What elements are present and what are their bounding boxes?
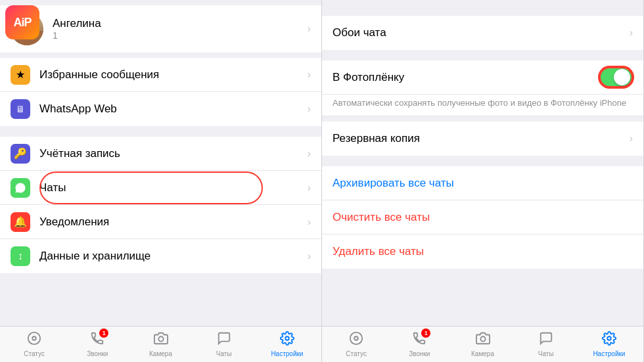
aip-logo: AiP [5, 5, 39, 39]
svg-point-6 [480, 336, 485, 341]
profile-info: Ангелина 1 [53, 17, 305, 41]
notifications-label: Уведомления [39, 215, 305, 229]
tab-camera-label-left: Камера [149, 350, 172, 357]
svg-point-1 [32, 336, 36, 340]
delete-all-label: Удалить все чаты [333, 245, 424, 258]
data-icon: ↕ [11, 246, 30, 266]
calls-icon-right: 1 [412, 331, 426, 349]
tab-chats-left[interactable]: Чаты [193, 328, 256, 360]
top-sep [322, 5, 643, 16]
settings-icon-right [602, 331, 616, 349]
tab-calls-label-right: Звонки [409, 350, 430, 357]
tab-status-left[interactable]: Статус [3, 328, 66, 360]
separator-1 [0, 131, 321, 137]
notifications-icon: 🔔 [11, 212, 30, 232]
wallpaper-section: Обои чата › [322, 16, 643, 50]
right-panel: Обои чата › В Фотоплёнку Автоматически с… [322, 0, 644, 362]
left-tab-bar: Статус 1 Звонки Камера [0, 326, 321, 362]
backup-label: Резервная копия [333, 132, 627, 145]
backup-chevron: › [630, 133, 633, 145]
settings-list: Ангелина 1 › ★ Избранные сообщения › 🖥 W… [0, 0, 321, 326]
tab-chats-right[interactable]: Чаты [515, 328, 578, 360]
separator-r2 [322, 116, 643, 122]
data-chevron: › [308, 250, 311, 262]
account-label: Учётная запись [39, 147, 305, 160]
tab-settings-right[interactable]: Настройки [578, 328, 641, 360]
separator-r3 [322, 161, 643, 166]
wallpaper-label: Обои чата [333, 26, 627, 39]
calls-icon-left: 1 [90, 331, 104, 349]
backup-row[interactable]: Резервная копия › [322, 122, 643, 156]
left-panel: AiP Ангелина 1 › ★ Избранные сообщения ›… [0, 0, 322, 362]
svg-point-5 [354, 336, 358, 340]
tab-calls-label-left: Звонки [87, 350, 108, 357]
tab-calls-right[interactable]: 1 Звонки [388, 328, 451, 360]
wallpaper-row[interactable]: Обои чата › [322, 16, 643, 50]
toggle-row[interactable]: В Фотоплёнку [322, 60, 643, 95]
clear-all-row[interactable]: Очистить все чаты [322, 200, 643, 235]
chats-tab-icon-right [539, 331, 553, 349]
toggle-label: В Фотоплёнку [333, 71, 599, 84]
whatsapp-web-icon: 🖥 [11, 99, 30, 119]
tab-settings-label-left: Настройки [271, 350, 303, 357]
account-chevron: › [308, 148, 311, 160]
separator-r1 [322, 55, 643, 60]
settings-icon-left [280, 331, 294, 349]
tab-status-label-left: Статус [24, 350, 45, 357]
tab-calls-left[interactable]: 1 Звонки [66, 328, 129, 360]
tab-settings-label-right: Настройки [593, 350, 625, 357]
svg-point-3 [285, 336, 289, 340]
chats-tab-icon-left [217, 331, 231, 349]
right-tab-bar: Статус 1 Звонки Камера [322, 326, 643, 362]
tab-chats-label-left: Чаты [216, 350, 232, 357]
status-icon-right [349, 331, 363, 349]
section-2: 🔑 Учётная запись › Чаты › 🔔 Уведомления … [0, 137, 321, 273]
tab-camera-right[interactable]: Камера [451, 328, 514, 360]
svg-point-0 [28, 332, 40, 344]
svg-point-2 [158, 336, 163, 341]
svg-point-4 [350, 332, 362, 344]
account-row[interactable]: 🔑 Учётная запись › [0, 137, 321, 171]
chats-label: Чаты [39, 181, 305, 194]
section-1: ★ Избранные сообщения › 🖥 WhatsApp Web › [0, 58, 321, 126]
starred-chevron: › [308, 69, 311, 81]
chats-row[interactable]: Чаты › [0, 171, 321, 205]
delete-all-row[interactable]: Удалить все чаты [322, 235, 643, 269]
whatsapp-web-label: WhatsApp Web [39, 102, 305, 116]
archive-all-label: Архивировать все чаты [333, 177, 454, 190]
camera-icon-left [154, 331, 168, 349]
whatsapp-web-row[interactable]: 🖥 WhatsApp Web › [0, 92, 321, 126]
status-icon-left [27, 331, 41, 349]
archive-all-row[interactable]: Архивировать все чаты [322, 166, 643, 200]
data-row[interactable]: ↕ Данные и хранилище › [0, 239, 321, 273]
toggle-description: Автоматически сохранять полученные фото … [322, 95, 643, 116]
tab-camera-left[interactable]: Камера [129, 328, 192, 360]
calls-badge-right: 1 [421, 328, 430, 338]
account-icon: 🔑 [11, 144, 30, 164]
notifications-chevron: › [308, 216, 311, 228]
starred-row[interactable]: ★ Избранные сообщения › [0, 58, 321, 92]
backup-section: Резервная копия › [322, 122, 643, 156]
toggle-section: В Фотоплёнку Автоматически сохранять пол… [322, 60, 643, 116]
chats-icon [11, 178, 30, 198]
profile-name: Ангелина [53, 17, 305, 30]
calls-badge-left: 1 [99, 328, 108, 338]
profile-sub: 1 [53, 30, 305, 41]
svg-point-7 [607, 336, 611, 340]
profile-chevron: › [308, 23, 311, 35]
actions-section: Архивировать все чаты Очистить все чаты … [322, 166, 643, 269]
wallpaper-chevron: › [630, 27, 633, 39]
chats-chevron: › [308, 182, 311, 194]
tab-status-label-right: Статус [346, 350, 367, 357]
toggle-switch[interactable] [599, 67, 633, 87]
starred-icon: ★ [11, 65, 30, 85]
profile-row[interactable]: Ангелина 1 › [0, 5, 321, 53]
clear-all-label: Очистить все чаты [333, 211, 430, 224]
tab-camera-label-right: Камера [471, 350, 494, 357]
tab-settings-left[interactable]: Настройки [256, 328, 319, 360]
toggle-knob [614, 69, 630, 85]
notifications-row[interactable]: 🔔 Уведомления › [0, 205, 321, 239]
tab-chats-label-right: Чаты [538, 350, 554, 357]
camera-icon-right [476, 331, 490, 349]
tab-status-right[interactable]: Статус [325, 328, 388, 360]
